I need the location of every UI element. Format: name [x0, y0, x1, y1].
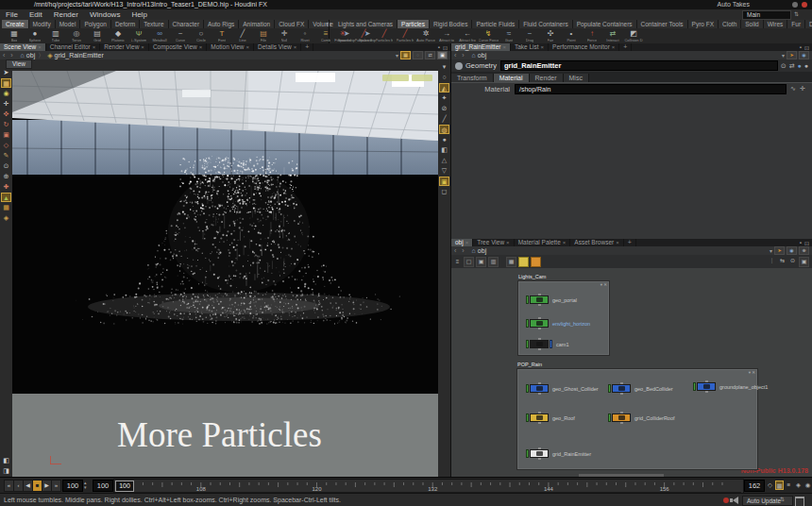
node-grid-rainemitter[interactable]: grid_RainEmitter — [526, 449, 591, 458]
shelf-tool-sphere[interactable]: ●Sphere — [25, 29, 45, 43]
shelf-tool-interact[interactable]: ⇄Interact — [602, 29, 623, 43]
select-box-icon[interactable]: ▦ — [1, 78, 11, 88]
frame-all-icon[interactable]: ▣ — [799, 257, 809, 267]
display-flag-icon[interactable] — [526, 340, 529, 348]
more-options-icon[interactable]: ⋮ — [768, 257, 776, 265]
display-flag-icon[interactable] — [608, 413, 611, 422]
zoom-icon[interactable]: ⊙ — [788, 257, 797, 265]
snap-toggle-icon[interactable]: ▲ — [1, 193, 11, 202]
follow-selection-icon[interactable]: ➤ — [787, 51, 797, 59]
keyframe-icon[interactable]: ◈ — [794, 481, 803, 490]
pivot-tool-icon[interactable]: ◇ — [1, 141, 11, 150]
display-flag-icon[interactable] — [693, 382, 696, 391]
tab-composite-view[interactable]: Composite View× — [149, 43, 207, 51]
close-tab-icon[interactable]: × — [506, 239, 510, 246]
pose-tool-icon[interactable]: ⊕ — [1, 172, 11, 181]
list-mode-icon[interactable]: ≡ — [453, 258, 462, 266]
help-sphere-icon[interactable]: ● — [798, 62, 802, 69]
pane-link-icon[interactable]: ◉ — [799, 51, 809, 59]
display-flag-icon[interactable] — [526, 319, 529, 328]
shelf-tool-collision-d[interactable]: ◩Collision D — [623, 29, 644, 43]
path-dropdown-icon[interactable]: ▾ — [770, 247, 772, 254]
auto-update-selector[interactable]: Auto Update — [742, 496, 793, 506]
render-flag-icon[interactable] — [550, 340, 552, 348]
layout-nodes-icon[interactable]: ⇆ — [778, 257, 787, 265]
timeline-ruler[interactable]: 108120132144156 100 — [113, 479, 744, 494]
menu-help[interactable]: Help — [126, 10, 152, 19]
nav-arrows-icon[interactable]: ‹ › — [451, 247, 469, 254]
shelf-tool-file[interactable]: ▤File — [253, 29, 274, 43]
lasso-select-icon[interactable]: ◉ — [1, 89, 11, 98]
split-pane-icon[interactable]: ▪ — [800, 240, 802, 245]
node-envlight-horizon[interactable]: envlight_horizon — [526, 319, 590, 328]
menu-windows[interactable]: Windows — [84, 10, 126, 19]
shelf-tool-particles-fr[interactable]: ╱Particles fr — [353, 29, 374, 43]
path-node-chip[interactable]: ◈grid_RainEmitter — [44, 52, 107, 59]
shelf-tool-platonic[interactable]: ◆Platonic — [108, 29, 128, 43]
shelf-tab-drive-simulation[interactable]: Drive Simulation — [805, 20, 812, 28]
new-tab-icon[interactable]: + — [619, 43, 632, 51]
node-geo-portal[interactable]: geo_portal — [526, 295, 577, 304]
camera-lock-icon[interactable]: ◨ — [1, 466, 11, 476]
shelf-tab-pyro-fx[interactable]: Pyro FX — [688, 20, 719, 28]
gear-icon[interactable]: ⊕ — [799, 246, 809, 255]
shelf-tab-polygon[interactable]: Polygon — [80, 20, 111, 28]
node-shape-icon[interactable]: ▣ — [476, 257, 486, 267]
shelf-tab-cloud-fx[interactable]: Cloud FX — [275, 20, 309, 28]
node-icon[interactable] — [530, 384, 549, 393]
expression-toggle-icon[interactable]: ∿ — [790, 85, 796, 93]
maximize-pane-icon[interactable]: ▣ — [437, 51, 448, 59]
shelf-tool-tube[interactable]: ▥Tube — [45, 29, 66, 43]
snap-options-icon[interactable]: ▦ — [400, 51, 411, 59]
shelf-tool-curve-force[interactable]: ↯Curve Force — [478, 29, 499, 43]
folder-tab-transform[interactable]: Transform — [451, 74, 494, 82]
tab-render-view[interactable]: Render View× — [100, 43, 149, 51]
current-frame-marker[interactable]: 100 — [115, 481, 134, 492]
shelf-tool-particles-fr[interactable]: ╱Particles fr — [395, 29, 415, 43]
scene-viewport[interactable]: View ➤▦◉✛✜↻▣◇✎⊙⊕✚▲▦◈◧◨ ▾○◭✦⊘╱◍●◧△▽▣◻ — [0, 59, 450, 477]
close-tab-icon[interactable]: × — [93, 43, 96, 51]
display-flag-icon[interactable] — [526, 449, 529, 458]
close-tab-icon[interactable]: × — [502, 43, 506, 51]
sculpt-tool-icon[interactable]: ✚ — [1, 182, 11, 192]
edit-tool-icon[interactable]: ✎ — [1, 151, 11, 160]
range-start-field[interactable]: 100 — [93, 480, 113, 492]
display-flag-icon[interactable] — [526, 295, 529, 304]
folder-tab-render[interactable]: Render — [530, 74, 564, 82]
tab-obj[interactable]: obj× — [451, 239, 473, 246]
group-display-icon[interactable]: ▣ — [439, 177, 449, 186]
node-icon[interactable] — [697, 382, 716, 391]
grid-snap-icon[interactable]: ▦ — [1, 203, 11, 212]
maximize-pane-icon[interactable]: ⊡ — [804, 240, 809, 246]
path-root-chip[interactable]: ⌂obj — [18, 52, 39, 59]
tab-tree-view[interactable]: Tree View× — [473, 239, 514, 246]
down-icon[interactable]: ▽ — [439, 166, 449, 176]
tab-material-palette[interactable]: Material Palette× — [515, 239, 571, 246]
tab-grid-rainemitter[interactable]: grid_RainEmitter× — [451, 43, 511, 51]
shelf-tab-fluid-containers[interactable]: Fluid Containers — [519, 20, 572, 28]
shelf-tab-texture[interactable]: Texture — [140, 20, 168, 28]
node-icon[interactable] — [530, 413, 549, 422]
tab-channel-editor[interactable]: Channel Editor× — [46, 43, 101, 51]
display-flag-icon[interactable] — [526, 384, 529, 393]
shelf-tool-curve[interactable]: ~Curve — [170, 29, 191, 43]
shelf-tool-l-system[interactable]: ΨL-System — [128, 29, 149, 43]
close-tab-icon[interactable]: × — [563, 239, 567, 246]
node-geo-ghost-collider[interactable]: geo_Ghost_Collider — [526, 384, 599, 393]
link-icon[interactable]: ⇄ — [425, 51, 435, 59]
shelf-tool-auto-parce[interactable]: ✲Auto Parce — [415, 29, 436, 43]
close-tab-icon[interactable]: × — [246, 43, 250, 51]
window-minimize-icon[interactable] — [792, 2, 798, 8]
shelf-tab-rigid-bodies[interactable]: Rigid Bodies — [430, 20, 473, 28]
node-cam1[interactable]: cam1 — [526, 340, 568, 348]
shelf-tool-point[interactable]: •Point — [561, 29, 582, 43]
shelf-tool-particles-fr[interactable]: ╱Particles fr — [374, 29, 395, 43]
shelf-tool-gust[interactable]: ≈Gust — [499, 29, 519, 43]
node-groundplane-object1[interactable]: groundplane_object1 — [693, 382, 768, 391]
node-shape-icon[interactable]: ▦ — [506, 257, 516, 267]
multi-snap-icon[interactable]: ◈ — [1, 213, 11, 223]
node-shape-icon[interactable]: ▥ — [488, 257, 499, 267]
view-tool-icon[interactable]: ⊙ — [1, 161, 11, 171]
shelf-tool-line[interactable]: ╱Line — [232, 29, 253, 43]
shelf-tab-deform[interactable]: Deform — [111, 20, 140, 28]
